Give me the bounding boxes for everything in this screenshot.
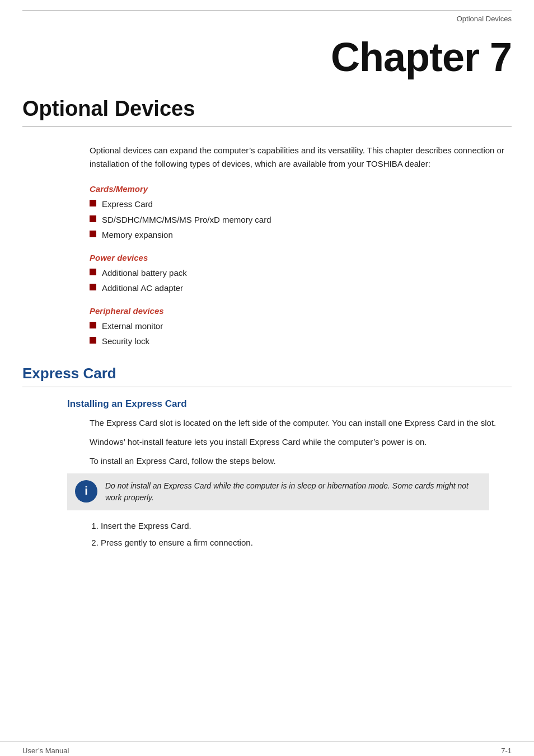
main-content: Optional Devices Optional devices can ex… — [0, 97, 534, 575]
express-card-section-title: Express Card — [22, 365, 512, 387]
list-item: External monitor — [90, 320, 512, 333]
bullet-icon — [90, 322, 96, 328]
chapter-heading: Chapter 7 — [0, 23, 534, 97]
cards-memory-list: Express Card SD/SDHC/MMC/MS/MS Pro/xD me… — [90, 198, 512, 242]
category-peripheral-devices: Peripheral devices External monitor Secu… — [90, 306, 512, 348]
list-item: SD/SDHC/MMC/MS/MS Pro/xD memory card — [90, 214, 512, 227]
page: Optional Devices Chapter 7 Optional Devi… — [0, 10, 534, 756]
list-item: Additional AC adapter — [90, 282, 512, 295]
category-title-peripheral-devices: Peripheral devices — [90, 306, 512, 316]
power-devices-list: Additional battery pack Additional AC ad… — [90, 267, 512, 295]
bullet-icon — [90, 200, 96, 206]
bullet-icon — [90, 215, 96, 222]
bullet-icon — [90, 284, 96, 290]
list-item: Additional battery pack — [90, 267, 512, 280]
category-title-cards-memory: Cards/Memory — [90, 184, 512, 194]
note-box: i Do not install an Express Card while t… — [67, 473, 489, 510]
express-card-para-1: The Express Card slot is located on the … — [90, 416, 512, 430]
category-cards-memory: Cards/Memory Express Card SD/SDHC/MMC/MS… — [90, 184, 512, 242]
installing-express-card-subtitle: Installing an Express Card — [67, 398, 512, 410]
category-power-devices: Power devices Additional battery pack Ad… — [90, 253, 512, 295]
list-item: Memory expansion — [90, 229, 512, 242]
intro-paragraph: Optional devices can expand the computer… — [90, 144, 512, 171]
category-title-power-devices: Power devices — [90, 253, 512, 262]
note-text: Do not install an Express Card while the… — [105, 480, 481, 504]
header-section-title: Optional Devices — [457, 15, 512, 23]
peripheral-devices-list: External monitor Security lock — [90, 320, 512, 348]
header-bar: Optional Devices — [22, 10, 512, 23]
steps-list: Insert the Express Card. Press gently to… — [101, 519, 512, 550]
bullet-icon — [90, 231, 96, 237]
bullet-icon — [90, 337, 96, 344]
footer: User’s Manual 7-1 — [0, 741, 534, 755]
footer-manual-label: User’s Manual — [22, 746, 69, 755]
step-2: Press gently to ensure a firm connection… — [101, 536, 512, 550]
chapter-title: Chapter 7 — [331, 35, 512, 79]
express-card-para-2: Windows’ hot-install feature lets you in… — [90, 435, 512, 449]
info-icon: i — [75, 480, 97, 503]
list-item: Express Card — [90, 198, 512, 211]
bullet-icon — [90, 269, 96, 275]
step-1: Insert the Express Card. — [101, 519, 512, 533]
footer-page-number: 7-1 — [501, 746, 512, 755]
page-title: Optional Devices — [22, 97, 512, 127]
list-item: Security lock — [90, 335, 512, 348]
express-card-para-3: To install an Express Card, follow the s… — [90, 454, 512, 468]
